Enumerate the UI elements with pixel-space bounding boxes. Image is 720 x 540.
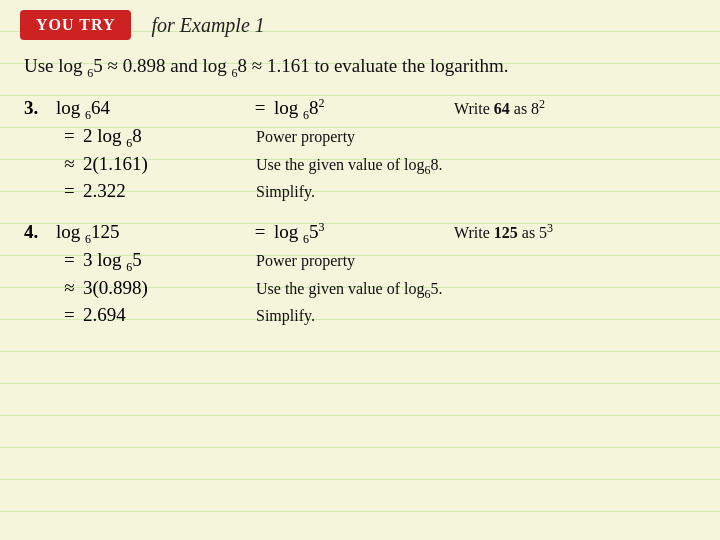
problem-3-row-1: 3. log 664 = log 682 Write 64 as 82 <box>24 96 696 123</box>
problem-3-ann1: Write 64 as 82 <box>444 97 696 118</box>
problem-3-val2: 2 log 68 <box>83 125 246 151</box>
problem-4-row-3: ≈ 3(0.898) Use the given value of log65. <box>24 277 696 302</box>
problem-4-val3: 3(0.898) <box>83 277 246 299</box>
problem-4-val4: 2.694 <box>83 304 246 326</box>
problem-3-step3: ≈ 2(1.161) <box>56 153 246 175</box>
header: YOU TRY for Example 1 <box>0 0 720 46</box>
problem-4-ann1: Write 125 as 53 <box>444 221 696 242</box>
problem-3-eq1: = <box>246 97 274 119</box>
problem-3-row-4: = 2.322 Simplify. <box>24 180 696 202</box>
problem-3-row-2: = 2 log 68 Power property <box>24 125 696 151</box>
problem-number-4: 4. <box>24 221 56 243</box>
problem-3-eq2: = <box>56 125 83 147</box>
problem-3-expr: log 664 <box>56 97 246 123</box>
problem-3-val1: log 682 <box>274 96 444 123</box>
problem-number-3: 3. <box>24 97 56 119</box>
problem-4-eq4: = <box>56 304 83 326</box>
problem-3-ann4: Simplify. <box>246 183 696 201</box>
problem-4-step3: ≈ 3(0.898) <box>56 277 246 299</box>
problem-4-eq1: = <box>246 221 274 243</box>
problem-4-val2: 3 log 65 <box>83 249 246 275</box>
problem-3-step4: = 2.322 <box>56 180 246 202</box>
problem-3-val4: 2.322 <box>83 180 246 202</box>
problem-4-step2: = 3 log 65 <box>56 249 246 275</box>
problem-4-ann4: Simplify. <box>246 307 696 325</box>
problem-4-val1: log 653 <box>274 220 444 247</box>
problem-4-approx1: ≈ <box>56 277 83 299</box>
problem-4-row-1: 4. log 6125 = log 653 Write 125 as 53 <box>24 220 696 247</box>
sub-6-2: 6 <box>231 66 237 80</box>
problem-3-row-3: ≈ 2(1.161) Use the given value of log68. <box>24 153 696 178</box>
problem-3-ann3: Use the given value of log68. <box>246 156 696 178</box>
problem-4: 4. log 6125 = log 653 Write 125 as 53 = … <box>24 220 696 326</box>
problem-3-ann2: Power property <box>246 128 696 146</box>
problem-4-step4: = 2.694 <box>56 304 246 326</box>
problem-3-val3: 2(1.161) <box>83 153 246 175</box>
main-content: Use log 65 ≈ 0.898 and log 68 ≈ 1.161 to… <box>0 46 720 344</box>
problem-4-expr: log 6125 <box>56 221 246 247</box>
for-example-title: for Example 1 <box>151 14 264 37</box>
problem-4-row-2: = 3 log 65 Power property <box>24 249 696 275</box>
problem-4-ann2: Power property <box>246 252 696 270</box>
intro-text: Use log 65 ≈ 0.898 and log 68 ≈ 1.161 to… <box>24 52 696 82</box>
problem-4-ann3: Use the given value of log65. <box>246 280 696 302</box>
sub-6-1: 6 <box>87 66 93 80</box>
problem-4-eq2: = <box>56 249 83 271</box>
problem-4-row-4: = 2.694 Simplify. <box>24 304 696 326</box>
problem-3-eq4: = <box>56 180 83 202</box>
problem-3-approx1: ≈ <box>56 153 83 175</box>
problem-3-step2: = 2 log 68 <box>56 125 246 151</box>
you-try-badge: YOU TRY <box>20 10 131 40</box>
divider <box>24 210 696 220</box>
problem-3: 3. log 664 = log 682 Write 64 as 82 = 2 … <box>24 96 696 202</box>
